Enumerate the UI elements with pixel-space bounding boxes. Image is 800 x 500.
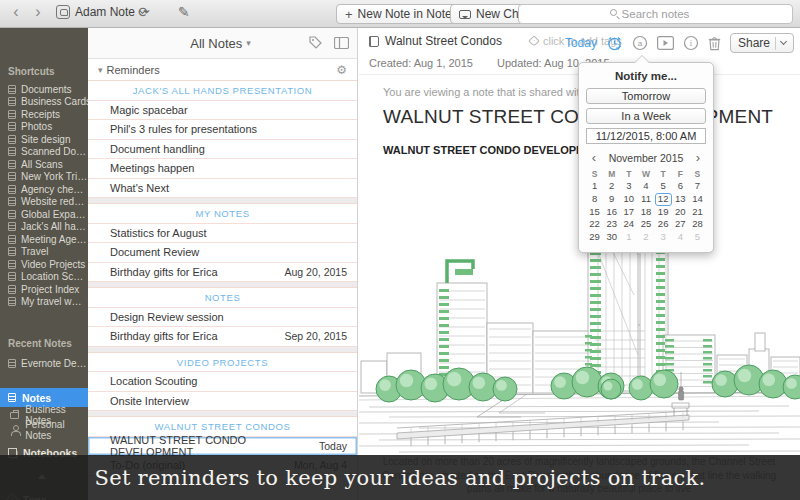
reminders-section-toggle[interactable]: ▾ Reminders ⚙ bbox=[88, 59, 357, 81]
note-list-item[interactable]: Document handling bbox=[88, 140, 357, 160]
note-list-item[interactable]: Magic spacebar bbox=[88, 101, 357, 121]
note-group-header[interactable]: MY NOTES bbox=[88, 204, 357, 224]
calendar-day[interactable]: 3 bbox=[620, 180, 637, 193]
sidebar-shortcut-item[interactable]: New York Tri… bbox=[0, 171, 88, 184]
calendar-day[interactable]: 7 bbox=[689, 180, 706, 193]
calendar-day[interactable]: 5 bbox=[689, 231, 706, 244]
calendar-day[interactable]: 26 bbox=[655, 218, 672, 231]
datetime-field[interactable]: 11/12/2015, 8:00 AM bbox=[586, 128, 706, 144]
note-list-item[interactable]: Phil's 3 rules for presentations bbox=[88, 120, 357, 140]
calendar-day[interactable]: 15 bbox=[586, 206, 603, 219]
note-list-item[interactable]: WALNUT STREET CONDO DEVELOPMENTToday bbox=[88, 437, 357, 457]
calendar-day[interactable]: 2 bbox=[637, 231, 654, 244]
sidebar-shortcut-item[interactable]: Meeting Age… bbox=[0, 233, 88, 246]
calendar-day[interactable]: 25 bbox=[637, 218, 654, 231]
compose-icon[interactable]: ✎ bbox=[178, 4, 190, 20]
calendar-day[interactable]: 4 bbox=[672, 231, 689, 244]
note-list-item[interactable]: Document Review bbox=[88, 243, 357, 263]
calendar-day[interactable]: 2 bbox=[603, 180, 620, 193]
calendar-prev-button[interactable]: ‹ bbox=[586, 150, 602, 165]
account-menu[interactable]: Adam Note bbox=[56, 5, 145, 19]
calendar-day[interactable]: 16 bbox=[603, 206, 620, 219]
sidebar-shortcut-item[interactable]: Jack's All ha… bbox=[0, 221, 88, 234]
calendar-day[interactable]: 3 bbox=[655, 231, 672, 244]
card-view-icon[interactable] bbox=[334, 37, 349, 49]
note-list-header[interactable]: All Notes ▾ bbox=[88, 28, 357, 59]
note-list-item[interactable]: Birthday gifts for EricaAug 20, 2015 bbox=[88, 263, 357, 283]
note-group-header[interactable]: NOTES bbox=[88, 288, 357, 308]
sidebar-shortcut-item[interactable]: Documents bbox=[0, 83, 88, 96]
calendar-weekday: T bbox=[655, 168, 672, 180]
note-list-item[interactable]: Onsite Interview bbox=[88, 392, 357, 412]
note-list-item[interactable]: Location Scouting bbox=[88, 372, 357, 392]
sidebar-shortcut-item[interactable]: My travel w… bbox=[0, 296, 88, 309]
calendar-day[interactable]: 12 bbox=[655, 193, 672, 206]
sidebar-shortcut-item[interactable]: Scanned Do… bbox=[0, 146, 88, 159]
calendar-day[interactable]: 5 bbox=[655, 180, 672, 193]
in-a-week-button[interactable]: In a Week bbox=[586, 108, 706, 124]
share-button[interactable]: Share bbox=[730, 33, 794, 53]
calendar-day[interactable]: 21 bbox=[689, 206, 706, 219]
calendar-day[interactable]: 30 bbox=[603, 231, 620, 244]
info-icon[interactable]: i bbox=[683, 35, 699, 51]
sidebar-shortcut-item[interactable]: Project Index bbox=[0, 283, 88, 296]
sidebar-item-personal-notes[interactable]: Personal Notes bbox=[0, 422, 88, 437]
tomorrow-button[interactable]: Tomorrow bbox=[586, 88, 706, 104]
note-list-item[interactable]: What's Next bbox=[88, 179, 357, 199]
annotate-icon[interactable]: a bbox=[632, 35, 648, 51]
note-group-header[interactable]: VIDEO PROJECTS bbox=[88, 353, 357, 373]
search-input[interactable] bbox=[518, 4, 793, 24]
calendar-day[interactable]: 11 bbox=[637, 193, 654, 206]
note-list-item[interactable]: Design Review session bbox=[88, 308, 357, 328]
gear-icon[interactable]: ⚙ bbox=[336, 63, 347, 77]
calendar-day[interactable]: 10 bbox=[620, 193, 637, 206]
sidebar-recent-item[interactable]: Evernote De… bbox=[0, 357, 88, 370]
sidebar-shortcut-item[interactable]: Business Cards bbox=[0, 96, 88, 109]
calendar-day[interactable]: 20 bbox=[672, 206, 689, 219]
sidebar-shortcut-item[interactable]: Website red… bbox=[0, 196, 88, 209]
sidebar-shortcut-item[interactable]: Agency che… bbox=[0, 183, 88, 196]
sidebar-shortcut-item[interactable]: Travel bbox=[0, 246, 88, 259]
calendar-day[interactable]: 1 bbox=[586, 180, 603, 193]
calendar-day[interactable]: 6 bbox=[672, 180, 689, 193]
reminder-date-label[interactable]: Today bbox=[565, 36, 597, 50]
calendar-day[interactable]: 9 bbox=[603, 193, 620, 206]
calendar-day[interactable]: 17 bbox=[620, 206, 637, 219]
tag-icon[interactable] bbox=[309, 36, 322, 49]
calendar-day[interactable]: 24 bbox=[620, 218, 637, 231]
calendar-day[interactable]: 18 bbox=[637, 206, 654, 219]
sidebar-shortcut-item[interactable]: Site design bbox=[0, 133, 88, 146]
reminder-alarm-icon[interactable] bbox=[606, 35, 623, 52]
calendar-day[interactable]: 19 bbox=[655, 206, 672, 219]
back-button[interactable]: ‹ bbox=[8, 3, 24, 21]
calendar-day[interactable]: 8 bbox=[586, 193, 603, 206]
sidebar-shortcut-item[interactable]: Location Sc… bbox=[0, 271, 88, 284]
calendar-day[interactable]: 4 bbox=[637, 180, 654, 193]
calendar-day[interactable]: 22 bbox=[586, 218, 603, 231]
note-group-header[interactable]: JACK'S ALL HANDS PRESENTATION bbox=[88, 81, 357, 101]
sidebar-shortcut-item[interactable]: All Scans bbox=[0, 158, 88, 171]
calendar-day[interactable]: 28 bbox=[689, 218, 706, 231]
calendar-next-button[interactable]: › bbox=[690, 150, 706, 165]
sync-icon[interactable]: ⟳ bbox=[138, 4, 150, 20]
recent-notes-list: Evernote De… bbox=[0, 357, 88, 370]
calendar-day[interactable]: 13 bbox=[672, 193, 689, 206]
calendar-day[interactable]: 14 bbox=[689, 193, 706, 206]
sidebar-shortcut-item[interactable]: Video Projects bbox=[0, 258, 88, 271]
sidebar-shortcut-item[interactable]: Photos bbox=[0, 121, 88, 134]
presentation-icon[interactable] bbox=[657, 36, 674, 50]
trash-icon[interactable] bbox=[708, 36, 721, 51]
note-list-item[interactable]: Birthday gifts for EricaSep 20, 2015 bbox=[88, 327, 357, 347]
sidebar-shortcut-item[interactable]: Receipts bbox=[0, 108, 88, 121]
calendar-day[interactable]: 27 bbox=[672, 218, 689, 231]
note-icon bbox=[8, 272, 16, 281]
forward-button[interactable]: › bbox=[30, 3, 46, 21]
note-list-item[interactable]: Meetings happen bbox=[88, 159, 357, 179]
search-field[interactable] bbox=[518, 4, 793, 24]
sidebar-shortcut-item[interactable]: Global Expa… bbox=[0, 208, 88, 221]
calendar-day[interactable]: 29 bbox=[586, 231, 603, 244]
notebook-name[interactable]: Walnut Street Condos bbox=[385, 34, 502, 48]
calendar-day[interactable]: 1 bbox=[620, 231, 637, 244]
calendar-day[interactable]: 23 bbox=[603, 218, 620, 231]
note-list-item[interactable]: Statistics for August bbox=[88, 224, 357, 244]
